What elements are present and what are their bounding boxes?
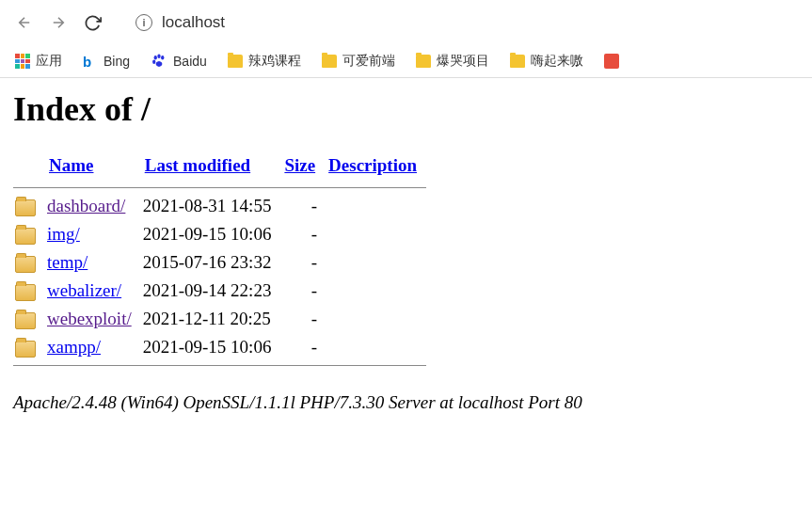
bookmark-truncated[interactable] [604,54,619,69]
modified-cell: 2021-12-11 20:25 [141,305,281,333]
directory-link[interactable]: webexploit/ [47,309,132,328]
site-info-icon[interactable]: i [135,14,152,31]
folder-icon [15,228,36,245]
sort-modified-link[interactable]: Last modified [145,155,250,175]
page-content: Index of / Name Last modified Size Descr… [0,78,812,381]
size-cell: - [280,220,325,248]
table-row: webexploit/ 2021-12-11 20:25 - [13,305,426,333]
url-text: localhost [162,13,225,32]
size-cell: - [280,305,325,333]
svg-point-0 [154,56,157,60]
sort-description-link[interactable]: Description [328,155,417,175]
back-button[interactable] [11,9,38,36]
table-row: temp/ 2015-07-16 23:32 - [13,248,426,277]
address-bar[interactable]: i localhost [124,8,801,38]
table-row: img/ 2021-09-15 10:06 - [13,220,426,248]
reload-button[interactable] [79,9,105,36]
divider [13,365,426,366]
folder-icon [228,55,243,68]
server-signature: Apache/2.4.48 (Win64) OpenSSL/1.1.1l PHP… [0,381,812,413]
bookmark-bing[interactable]: b Bing [83,54,130,69]
modified-cell: 2015-07-16 23:32 [141,248,281,277]
modified-cell: 2021-09-14 22:23 [141,277,281,305]
folder-icon [15,341,36,358]
bookmark-label: 辣鸡课程 [248,53,301,70]
svg-point-2 [161,56,164,60]
sort-name-link[interactable]: Name [49,155,93,175]
red-icon [604,54,619,69]
apps-label: 应用 [36,53,62,70]
page-title: Index of / [13,89,799,129]
table-row: webalizer/ 2021-09-14 22:23 - [13,277,426,305]
bookmark-folder-4[interactable]: 嗨起来嗷 [510,53,583,70]
sort-size-link[interactable]: Size [284,155,315,175]
folder-icon [15,256,36,273]
apps-button[interactable]: 应用 [15,53,62,70]
bing-icon: b [83,54,98,69]
folder-icon [416,55,431,68]
folder-icon [510,55,525,68]
bookmark-folder-2[interactable]: 可爱前端 [322,53,395,70]
table-row: dashboard/ 2021-08-31 14:55 - [13,192,426,220]
modified-cell: 2021-09-15 10:06 [141,220,281,248]
forward-button[interactable] [45,9,72,36]
bookmark-label: 可爱前端 [342,53,395,70]
bookmark-folder-3[interactable]: 爆哭项目 [416,53,489,70]
directory-link[interactable]: webalizer/ [47,280,121,300]
bookmark-label: Bing [103,54,130,69]
directory-link[interactable]: dashboard/ [47,196,125,215]
table-row: xampp/ 2021-09-15 10:06 - [13,333,426,361]
folder-icon [322,55,337,68]
browser-nav-bar: i localhost [0,0,812,45]
folder-icon [15,284,36,301]
directory-link[interactable]: img/ [47,224,80,244]
size-cell: - [280,333,325,361]
directory-link[interactable]: xampp/ [47,337,101,357]
directory-link[interactable]: temp/ [47,252,88,272]
directory-listing-table: Name Last modified Size Description dash… [13,151,426,370]
size-cell: - [280,192,325,220]
divider [13,187,426,188]
apps-grid-icon [15,54,30,69]
bookmark-label: Baidu [173,54,207,69]
size-cell: - [280,248,325,277]
svg-point-3 [152,60,155,65]
header-row: Name Last modified Size Description [13,151,426,183]
bookmark-baidu[interactable]: Baidu [151,53,207,70]
size-cell: - [280,277,325,305]
bookmark-label: 爆哭项目 [437,53,489,70]
svg-point-1 [157,55,160,59]
modified-cell: 2021-09-15 10:06 [141,333,281,361]
bookmark-label: 嗨起来嗷 [531,53,583,70]
folder-icon [15,312,36,329]
baidu-icon [151,53,167,70]
bookmarks-bar: 应用 b Bing Baidu 辣鸡课程 可爱前端 爆哭项目 嗨起来嗷 [0,45,812,78]
folder-icon [15,199,36,216]
modified-cell: 2021-08-31 14:55 [141,192,281,220]
bookmark-folder-1[interactable]: 辣鸡课程 [228,53,301,70]
